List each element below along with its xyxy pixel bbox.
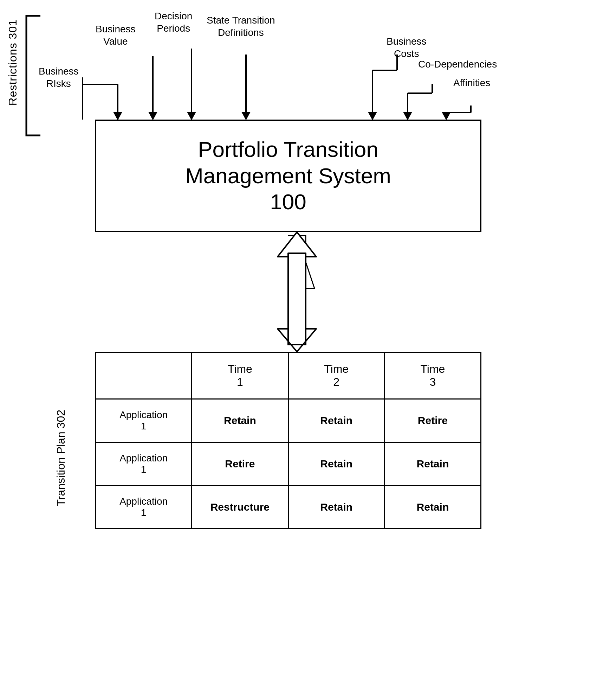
svg-marker-10 bbox=[241, 112, 251, 120]
system-title-line2: Management System bbox=[185, 164, 391, 188]
system-box: Portfolio Transition Management System 1… bbox=[95, 120, 481, 232]
svg-marker-26 bbox=[278, 232, 316, 257]
app-cell-2: Application1 bbox=[96, 442, 192, 486]
system-title-line1: Portfolio Transition bbox=[198, 137, 378, 161]
svg-rect-25 bbox=[288, 253, 306, 345]
col-header-app bbox=[96, 352, 192, 399]
business-value-label: Business Value bbox=[96, 23, 136, 47]
svg-marker-22 bbox=[442, 112, 451, 120]
decision-periods-label: Decision Periods bbox=[155, 10, 192, 34]
svg-marker-6 bbox=[148, 112, 157, 120]
business-risks-label: Business RIsks bbox=[39, 65, 79, 90]
app-cell-1: Application1 bbox=[96, 399, 192, 442]
action-cell-2-2: Retain bbox=[288, 442, 384, 486]
svg-marker-23 bbox=[288, 236, 315, 288]
svg-marker-24 bbox=[279, 234, 315, 345]
diagram-container: Restrictions 301 Business RIsks Business… bbox=[0, 0, 616, 690]
action-cell-3-2: Retain bbox=[288, 486, 384, 529]
svg-marker-18 bbox=[403, 112, 412, 120]
action-cell-1-2: Retain bbox=[288, 399, 384, 442]
co-dependencies-label: Co-Dependencies bbox=[418, 58, 497, 70]
svg-marker-4 bbox=[113, 112, 122, 120]
table-header-row: Time1 Time2 Time3 bbox=[96, 352, 481, 399]
action-cell-1-1: Retain bbox=[192, 399, 288, 442]
col-header-time2: Time2 bbox=[288, 352, 384, 399]
action-cell-3-1: Restructure bbox=[192, 486, 288, 529]
transition-plan-label: Transition Plan 302 bbox=[54, 410, 67, 506]
system-box-text: Portfolio Transition Management System 1… bbox=[185, 136, 391, 215]
svg-marker-14 bbox=[368, 112, 377, 120]
svg-marker-27 bbox=[278, 329, 316, 352]
action-cell-3-3: Retain bbox=[384, 486, 481, 529]
table-row: Application1 Restructure Retain Retain bbox=[96, 486, 481, 529]
action-cell-2-1: Retire bbox=[192, 442, 288, 486]
transition-table: Time1 Time2 Time3 Application1 Retain Re… bbox=[95, 352, 481, 529]
state-transition-label: State Transition Definitions bbox=[207, 14, 275, 39]
col-header-time1: Time1 bbox=[192, 352, 288, 399]
svg-marker-8 bbox=[187, 112, 196, 120]
system-number: 100 bbox=[270, 190, 306, 214]
app-cell-3: Application1 bbox=[96, 486, 192, 529]
restrictions-label: Restrictions 301 bbox=[6, 19, 19, 106]
affinities-label: Affinities bbox=[453, 77, 490, 89]
col-header-time3: Time3 bbox=[384, 352, 481, 399]
transition-table-wrapper: Time1 Time2 Time3 Application1 Retain Re… bbox=[95, 352, 481, 529]
table-row: Application1 Retain Retain Retire bbox=[96, 399, 481, 442]
table-row: Application1 Retire Retain Retain bbox=[96, 442, 481, 486]
action-cell-1-3: Retire bbox=[384, 399, 481, 442]
action-cell-2-3: Retain bbox=[384, 442, 481, 486]
business-costs-label: Business Costs bbox=[387, 35, 427, 60]
